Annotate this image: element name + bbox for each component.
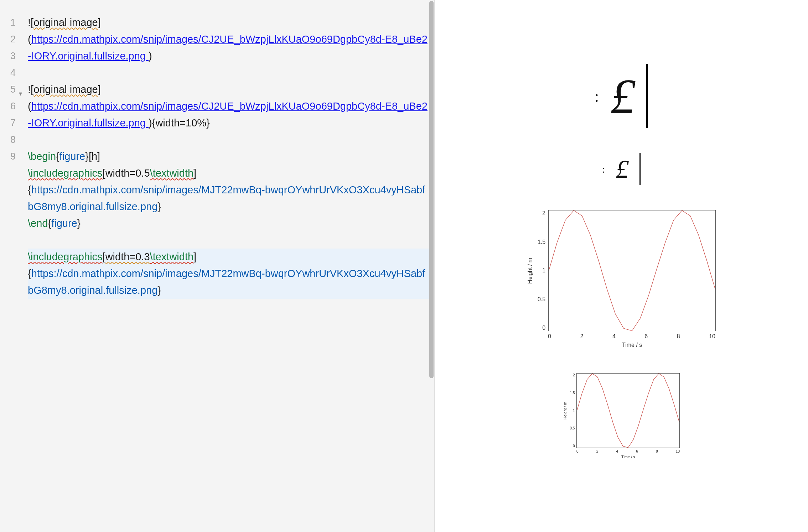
- code-line[interactable]: ![original image]: [28, 81, 431, 98]
- line-number: [0, 265, 16, 282]
- code-line-wrap[interactable]: (https://cdn.mathpix.com/snip/images/CJ2…: [28, 98, 431, 131]
- line-number: [0, 215, 16, 232]
- code-token: figure: [51, 218, 77, 229]
- code-line[interactable]: [28, 232, 431, 249]
- line-number: 6: [0, 98, 16, 115]
- line-number: 9: [0, 148, 16, 165]
- glyph-bar: [646, 64, 648, 128]
- code-token: \textwidth: [150, 251, 194, 262]
- code-line[interactable]: [28, 131, 431, 148]
- chart-xtick: 4: [616, 449, 618, 453]
- chart-ylabel: Height / m: [563, 402, 567, 419]
- code-line[interactable]: [28, 64, 431, 81]
- code-link[interactable]: https://cdn.mathpix.com/snip/images/CJ2U…: [28, 100, 428, 129]
- preview-image-2: : £: [435, 153, 808, 185]
- line-number: 2: [0, 31, 16, 48]
- chart-ytick: 0.5: [570, 426, 575, 430]
- line-number: [0, 232, 16, 249]
- chart-xtick: 10: [676, 449, 680, 453]
- code-token: {: [56, 151, 59, 162]
- line-number: [0, 282, 16, 299]
- chart-ytick: 1: [538, 267, 545, 274]
- chart-ytick: 0.5: [538, 296, 545, 303]
- code-token: }: [77, 218, 81, 229]
- glyph-pound: £: [610, 68, 635, 125]
- glyph-pound: £: [616, 155, 629, 184]
- code-token: }: [157, 201, 161, 212]
- line-number: 3: [0, 48, 16, 64]
- code-token: }: [157, 285, 161, 296]
- line-number: [0, 249, 16, 265]
- chart-line-series: [549, 210, 715, 331]
- code-line[interactable]: \includegraphics[width=0.3\textwidth]: [28, 249, 431, 265]
- code-token: figure: [59, 151, 86, 162]
- chart-xtick: 8: [656, 449, 658, 453]
- code-line-wrap[interactable]: {https://cdn.mathpix.com/snip/images/MJT…: [28, 182, 431, 215]
- code-text-area[interactable]: ![original image](https://cdn.mathpix.co…: [19, 0, 434, 532]
- glyph-bar: [639, 153, 641, 185]
- chart-xtick: 0: [576, 449, 579, 453]
- editor-scrollbar[interactable]: [429, 0, 434, 532]
- code-token: {: [28, 184, 31, 195]
- code-token: [h]: [89, 151, 100, 162]
- chart-xtick: 6: [644, 333, 648, 340]
- code-line[interactable]: ![original image]: [28, 14, 431, 31]
- code-token: ): [149, 50, 152, 62]
- chart-xticks: 0246810: [548, 331, 715, 340]
- chart-xtick: 6: [636, 449, 638, 453]
- chart-xticks: 0246810: [576, 448, 680, 453]
- code-line[interactable]: \begin{figure}[h]: [28, 148, 431, 165]
- chart-ytick: 0: [570, 444, 575, 448]
- code-token: (: [28, 33, 31, 45]
- code-token: ]: [98, 17, 101, 28]
- code-token: [width=0.5: [103, 167, 150, 179]
- code-token: ]: [98, 84, 101, 95]
- code-token: \end: [28, 218, 48, 229]
- chart-xlabel: Time / s: [548, 342, 716, 348]
- chart-ytick: 1.5: [538, 239, 545, 245]
- code-token: (: [28, 100, 31, 112]
- chart-ytick: 1: [570, 409, 575, 413]
- code-line-wrap[interactable]: (https://cdn.mathpix.com/snip/images/CJ2…: [28, 31, 431, 64]
- preview-chart-1: Height / m21.510.500246810Time / s: [435, 210, 808, 348]
- line-number: [0, 165, 16, 182]
- chart-xtick: 4: [612, 333, 616, 340]
- code-token: width=0.3: [105, 251, 150, 262]
- code-editor-pane[interactable]: 12345▾6789 ![original image](https://cdn…: [0, 0, 435, 532]
- code-link[interactable]: https://cdn.mathpix.com/snip/images/CJ2U…: [28, 33, 428, 62]
- line-number: 4: [0, 64, 16, 81]
- preview-image-1: : £: [435, 64, 808, 128]
- code-line[interactable]: \includegraphics[width=0.5\textwidth]: [28, 165, 431, 182]
- sine-chart-big: Height / m21.510.500246810Time / s: [527, 210, 716, 348]
- code-token: \includegraphics: [28, 251, 103, 262]
- code-token: https://cdn.mathpix.com/snip/images/MJT2…: [28, 268, 425, 296]
- preview-chart-2: Height / m21.510.500246810Time / s: [435, 373, 808, 459]
- code-token: \begin: [28, 151, 56, 162]
- line-number: 5▾: [0, 81, 16, 98]
- line-number: 1: [0, 14, 16, 31]
- chart-xtick: 2: [580, 333, 583, 340]
- scrollbar-thumb[interactable]: [429, 1, 434, 378]
- code-token: \includegraphics: [28, 167, 103, 179]
- glyph-colon: :: [595, 92, 600, 100]
- code-token: [: [103, 251, 105, 262]
- code-token: ![: [28, 84, 33, 95]
- line-number: 8: [0, 131, 16, 148]
- fold-icon[interactable]: ▾: [19, 85, 22, 102]
- chart-plot-area: [576, 373, 680, 448]
- preview-pane: : £ : £ Height / m21.510.500246810Time /…: [435, 0, 808, 532]
- code-line-wrap[interactable]: {https://cdn.mathpix.com/snip/images/MJT…: [28, 265, 431, 299]
- sine-chart-small: Height / m21.510.500246810Time / s: [563, 373, 680, 459]
- code-token: ]: [193, 167, 196, 179]
- rendered-image-big: : £: [595, 64, 648, 128]
- glyph-colon: :: [602, 163, 605, 175]
- code-line[interactable]: \end{figure}: [28, 215, 431, 232]
- code-token: ){width=10%}: [149, 117, 210, 129]
- chart-yticks: 21.510.50: [538, 210, 548, 331]
- chart-ytick: 0: [538, 325, 545, 331]
- line-number: [0, 198, 16, 215]
- line-number-gutter: 12345▾6789: [0, 0, 19, 532]
- chart-xtick: 10: [709, 333, 715, 340]
- code-token: https://cdn.mathpix.com/snip/images/MJT2…: [28, 184, 425, 212]
- chart-xlabel: Time / s: [576, 455, 680, 459]
